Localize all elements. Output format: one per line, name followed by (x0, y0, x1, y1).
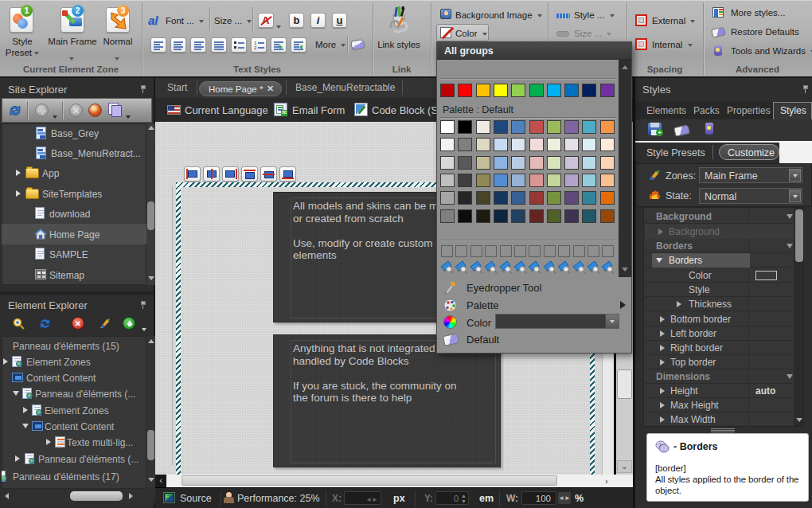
svg-text:?: ? (658, 443, 662, 448)
